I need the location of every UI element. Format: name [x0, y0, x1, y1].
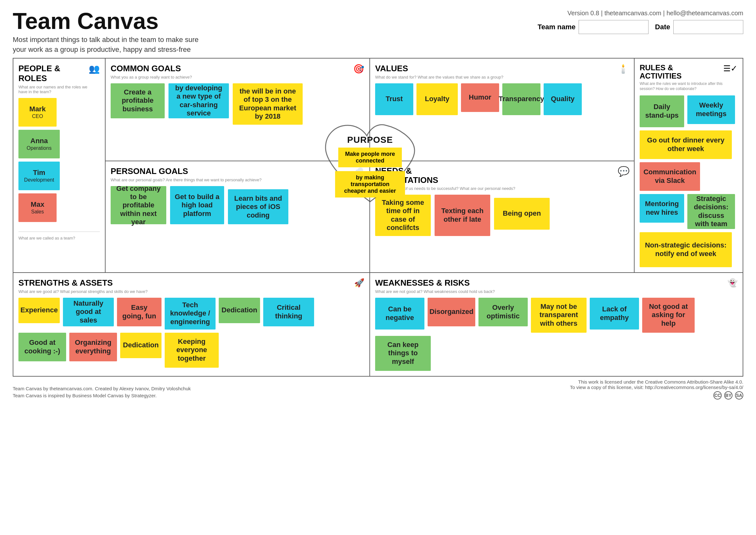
member-tim: Tim Development	[18, 161, 60, 190]
note-negative: Can be negative	[375, 298, 424, 329]
personal-goals-notes: Get company to be profitable within next…	[111, 186, 364, 224]
common-goals-desc: What you as a group really want to achie…	[111, 75, 192, 79]
team-name-field-group: Team name	[538, 20, 649, 34]
people-icon: 👥	[89, 64, 100, 74]
personal-goals-title: PERSONAL GOALS	[111, 166, 364, 176]
note-profitable-business: Create a profitable business	[111, 83, 165, 118]
rules-notes: Daily stand-ups Weekly meetings Go out f…	[640, 96, 738, 267]
note-organizing: Organizing everything	[69, 333, 117, 361]
common-goals-notes: Create a profitable business by developi…	[111, 83, 364, 125]
note-keeping-together: Keeping everyone together	[165, 333, 219, 368]
footer-line1: Team Canvas by theteamcanvas.com. Create…	[13, 385, 191, 392]
note-being-open: Being open	[494, 198, 550, 230]
note-critical-thinking: Critical thinking	[263, 298, 314, 326]
note-profitable-next-year: Get company to be profitable within next…	[111, 186, 166, 224]
note-experience: Experience	[18, 298, 60, 323]
header-left: Team Canvas Most important things to tal…	[13, 10, 199, 55]
footer-right-line1: This work is licensed under the Creative…	[570, 379, 743, 384]
date-label: Date	[655, 23, 670, 31]
note-non-strategic: Non-strategic decisions: notify end of w…	[640, 232, 732, 267]
header-meta: Version 0.8 | theteamcanvas.com | hello@…	[567, 10, 743, 17]
note-not-transparent: May not be transparent with others	[531, 298, 586, 333]
team-name-question: What are we called as a team?	[18, 232, 100, 240]
weaknesses-section: WEAKNESSES & RISKS What are we not good …	[370, 273, 742, 376]
weaknesses-title: WEAKNESSES & RISKS	[375, 278, 495, 288]
sa-icon: SA	[735, 391, 743, 400]
note-dedication1: Dedication	[219, 298, 260, 323]
team-name-label: Team name	[538, 23, 576, 31]
note-disorganized: Disorganized	[428, 298, 475, 326]
member-max: Max Sales	[18, 193, 57, 222]
footer-line2: Team Canvas is inspired by Business Mode…	[13, 392, 191, 400]
note-empathy: Lack of empathy	[590, 298, 639, 329]
note-strategic: Strategic decisions: discuss with team	[687, 194, 735, 229]
note-texting-late: Texting each other if late	[435, 195, 490, 236]
note-tech-knowledge: Tech knowledge / engineering	[165, 298, 216, 329]
date-input[interactable]	[673, 20, 743, 34]
footer: Team Canvas by theteamcanvas.com. Create…	[13, 379, 743, 400]
member-anna: Anna Operations	[18, 130, 60, 158]
footer-right: This work is licensed under the Creative…	[570, 379, 743, 400]
values-title: VALUES	[375, 64, 503, 73]
needs-notes: Taking some time off in case of conclifc…	[375, 195, 629, 236]
note-weekly-meetings: Weekly meetings	[687, 96, 735, 124]
page-title: Team Canvas	[13, 10, 199, 32]
note-dedication2: Dedication	[120, 333, 161, 358]
note-trust: Trust	[375, 83, 413, 115]
people-desc: What are our names and the roles we have…	[18, 85, 89, 94]
header-fields: Team name Date	[538, 20, 743, 34]
people-title: PEOPLE & ROLES	[18, 64, 89, 83]
values-desc: What do we stand for? What are the value…	[375, 75, 503, 79]
note-ios-coding: Learn bits and pieces of iOS coding	[228, 189, 288, 224]
note-transparency: Transparency	[502, 83, 540, 115]
needs-desc: What each one of us needs to be successf…	[375, 186, 629, 191]
page-subtitle: Most important things to talk about in t…	[13, 35, 199, 55]
personal-goals-section: PERSONAL GOALS What are our personal goa…	[106, 161, 370, 272]
people-roles-section: PEOPLE & ROLES What are our names and th…	[14, 59, 106, 273]
note-car-sharing: by developing a new type of car-sharing …	[169, 83, 229, 118]
team-name-input[interactable]	[579, 20, 649, 34]
page: Team Canvas Most important things to tal…	[0, 0, 756, 535]
rules-title: RULES &ACTIVITIES	[640, 64, 723, 80]
personal-goals-desc: What are our personal goals? Are there t…	[111, 178, 364, 182]
values-notes: Trust Loyalty Humor Transparency Quality	[375, 83, 629, 115]
note-keep-to-myself: Can keep things to myself	[375, 336, 431, 371]
footer-left: Team Canvas by theteamcanvas.com. Create…	[13, 385, 191, 400]
note-sales: Naturally good at sales	[63, 298, 114, 326]
note-cooking: Good at cooking :-)	[18, 333, 66, 361]
license-icons: CC BY SA	[570, 391, 743, 400]
people-notes: Mark CEO Anna Operations Tim Development…	[18, 98, 100, 222]
note-daily-standups: Daily stand-ups	[640, 96, 684, 127]
weaknesses-icon: 👻	[727, 278, 738, 288]
strengths-icon: 🚀	[354, 278, 364, 288]
values-icon: 🕯️	[618, 64, 629, 74]
strengths-notes: Experience Naturally good at sales Easy …	[18, 298, 364, 368]
note-loyalty: Loyalty	[417, 83, 458, 115]
needs-section: NEEDS &EXPECTATIONS What each one of us …	[370, 161, 634, 272]
personal-goals-icon: ☁️	[353, 166, 365, 177]
rules-icon: ☰✓	[723, 64, 738, 73]
rules-section: RULES &ACTIVITIES What are the rules we …	[634, 59, 742, 273]
values-section: VALUES What do we stand for? What are th…	[370, 59, 634, 161]
weaknesses-desc: What are we not good at? What weaknesses…	[375, 289, 495, 294]
needs-title: NEEDS &EXPECTATIONS	[375, 166, 629, 184]
cc-icon: CC	[714, 391, 722, 400]
note-optimistic: Overly optimistic	[478, 298, 528, 326]
note-dinner: Go out for dinner every other week	[640, 130, 732, 159]
note-slack: Communication via Slack	[640, 162, 700, 191]
rules-desc: What are the rules we want to introduce …	[640, 81, 723, 91]
by-icon: BY	[724, 391, 733, 400]
strengths-section: STRENGTHS & ASSETS What are we good at? …	[14, 273, 370, 376]
note-top3-europe: the will be in one of top 3 on the Europ…	[233, 83, 303, 125]
strengths-title: STRENGTHS & ASSETS	[18, 278, 148, 288]
footer-right-line2: To view a copy of this license, visit: h…	[570, 384, 743, 390]
common-goals-icon: 🎯	[353, 64, 364, 74]
date-field-group: Date	[655, 20, 743, 34]
strengths-desc: What are we good at? What personal stren…	[18, 289, 148, 294]
header: Team Canvas Most important things to tal…	[13, 10, 743, 55]
member-mark: Mark CEO	[18, 98, 57, 127]
canvas: PEOPLE & ROLES What are our names and th…	[13, 58, 743, 377]
note-easy-going: Easy going, fun	[117, 298, 161, 326]
header-right: Version 0.8 | theteamcanvas.com | hello@…	[538, 10, 743, 34]
needs-icon: 💬	[618, 166, 630, 177]
